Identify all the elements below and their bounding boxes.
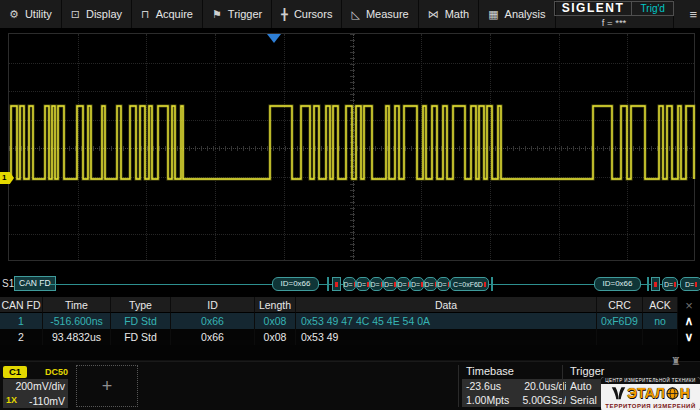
- menu-item-utility[interactable]: ⚙ Utility: [0, 0, 62, 28]
- decode-data-bubble: D=: [424, 277, 437, 291]
- column-header-crc: CRC: [597, 297, 643, 313]
- decode-data-bubble: D=: [383, 277, 397, 291]
- decode-data-bubble: D=: [410, 277, 424, 291]
- scroll-down-icon[interactable]: ∨: [678, 329, 700, 345]
- trigger-position-marker[interactable]: [267, 34, 281, 43]
- menu-item-label: Math: [445, 8, 469, 20]
- memory-depth: 1.00Mpts: [462, 393, 519, 407]
- watermark-top-text: ЦЕНТР ИЗМЕРИТЕЛЬНОЙ ТЕХНИКИ: [601, 377, 700, 384]
- menu-item-math[interactable]: ⋈ Math: [419, 0, 479, 28]
- red-marker: [695, 282, 697, 287]
- table-corner-label: CAN FD: [0, 297, 43, 313]
- close-icon[interactable]: ×: [678, 297, 700, 313]
- channel1-badge: C1: [3, 366, 27, 378]
- etalon-watermark: ЦЕНТР ИЗМЕРИТЕЛЬНОЙ ТЕХНИКИ ЭТАЛ Н ТЕРРИ…: [601, 377, 700, 410]
- frame-start-marker: [647, 277, 649, 291]
- menu-item-analysis[interactable]: ▦ Analysis: [479, 0, 555, 28]
- decode-data-bubble: D=: [662, 277, 678, 291]
- brand-status-block: SIGLENT Trig'd f = ***: [556, 0, 674, 28]
- decode-data-bubble: D=: [356, 277, 370, 291]
- frame-start-marker: [327, 277, 329, 291]
- monitor-icon: ⊡: [71, 8, 80, 21]
- red-marker: [674, 282, 676, 287]
- plus-icon: +: [102, 376, 113, 397]
- divider: [458, 365, 459, 407]
- menu-item-trigger[interactable]: ⚑ Trigger: [203, 0, 272, 28]
- decode-id-bubble: ID=0x66: [272, 277, 319, 291]
- list-icon: ≡: [690, 7, 698, 22]
- column-header-length: Length: [255, 297, 296, 313]
- trigger-status-badge: Trig'd: [631, 2, 673, 15]
- divider: [562, 365, 563, 407]
- menu-item-label: Trigger: [228, 8, 262, 20]
- decode-table-header: CAN FD Time Type ID Length Data CRC ACK: [0, 297, 678, 313]
- menu-item-label: Analysis: [505, 8, 546, 20]
- flag-icon: ⚑: [212, 8, 222, 21]
- decode-data-bubble: D=: [680, 277, 700, 291]
- scroll-up-icon[interactable]: ∧: [678, 313, 700, 329]
- trigger-panel-label: Trigger: [570, 365, 604, 377]
- table-row-empty: [0, 345, 678, 361]
- frame-start-box: [651, 277, 660, 291]
- table-row[interactable]: 1 -516.600ns FD Std 0x66 0x08 0x53 49 47…: [0, 313, 678, 329]
- timebase-panel[interactable]: -23.6us 20.0us/div 1.00Mpts 5.00GSa/s: [462, 379, 576, 407]
- menu-item-acquire[interactable]: ⊓ Acquire: [132, 0, 203, 28]
- red-marker: [394, 282, 396, 287]
- math-icon: ⋈: [428, 8, 439, 21]
- red-marker: [484, 282, 486, 287]
- globe-icon: [666, 387, 679, 400]
- add-channel-button[interactable]: +: [76, 365, 138, 407]
- decode-id-text: ID=0x66: [280, 280, 310, 288]
- table-row[interactable]: 2 93.4832us FD Std 0x66 0x08 0x53 49: [0, 329, 678, 345]
- column-header-time: Time: [43, 297, 111, 313]
- gear-icon: ⚙: [9, 8, 19, 21]
- frame-end-marker: [491, 277, 493, 291]
- watermark-name-pre: ЭТАЛ: [627, 385, 665, 401]
- decode-data-bubble: D=: [370, 277, 383, 291]
- frequency-readout: f = ***: [602, 17, 627, 28]
- channel1-offset: -110mV: [29, 395, 65, 407]
- decode-list-button[interactable]: ≡ DECODE LIST: [674, 0, 700, 28]
- menu-item-cursors[interactable]: ╋ Cursors: [272, 0, 342, 28]
- red-marker: [654, 282, 657, 287]
- decode-data-bubble: D=: [343, 277, 356, 291]
- timebase-label: Timebase: [466, 365, 514, 377]
- decode-crc-bubble: C=0xF6D: [450, 277, 489, 291]
- decode-data-bubble: D=: [437, 277, 450, 291]
- crosshair-icon: ╋: [281, 8, 288, 21]
- oscilloscope-screen: ⚙ Utility ⊡ Display ⊓ Acquire ⚑ Trigger …: [0, 0, 700, 410]
- watermark-name-post: Н: [680, 385, 690, 401]
- frame-start-box: [332, 277, 341, 291]
- timebase-delay: -23.6us: [462, 379, 519, 393]
- graticule: [8, 33, 695, 261]
- column-header-ack: ACK: [643, 297, 678, 313]
- menu-bar: ⚙ Utility ⊡ Display ⊓ Acquire ⚑ Trigger …: [0, 0, 700, 30]
- table-scrollbar: × ∧ ∨: [678, 297, 700, 361]
- etalon-crest-icon: ♜: [671, 355, 681, 368]
- channel1-coupling: DC50: [45, 367, 68, 377]
- menu-item-display[interactable]: ⊡ Display: [62, 0, 132, 28]
- channel1-info-box[interactable]: C1 DC50 200mV/div 1X -110mV: [3, 365, 68, 408]
- siglent-logo: SIGLENT: [555, 1, 632, 15]
- acquire-icon: ⊓: [141, 8, 150, 21]
- menu-item-label: Cursors: [294, 8, 333, 20]
- decode-table: CAN FD Time Type ID Length Data CRC ACK …: [0, 297, 678, 361]
- decode-id-text: ID=0x66: [602, 280, 632, 288]
- menu-item-measure[interactable]: ◺ Measure: [342, 0, 418, 28]
- red-marker: [367, 282, 369, 287]
- decode-data-bubble: D=: [397, 277, 410, 291]
- analysis-icon: ▦: [488, 8, 498, 21]
- etalon-emblem-icon: [611, 386, 626, 401]
- column-header-type: Type: [111, 297, 171, 313]
- channel1-scale: 200mV/div: [6, 380, 65, 392]
- menu-item-label: Utility: [25, 8, 52, 20]
- menu-item-label: Acquire: [156, 8, 193, 20]
- decode-bus-row: S1 CAN FD ID=0x66 D= D= D= D= D= D= D= D…: [0, 274, 700, 294]
- decode-id-bubble: ID=0x66: [594, 277, 641, 291]
- red-marker: [335, 282, 338, 287]
- watermark-bottom-text: ТЕРРИТОРИЯ ИЗМЕРЕНИЙ: [601, 402, 700, 410]
- decode-source-label: S1: [2, 278, 14, 289]
- menu-item-label: Display: [86, 8, 122, 20]
- bottom-bar: C1 DC50 200mV/div 1X -110mV + Timebase -…: [0, 361, 700, 410]
- column-header-data: Data: [296, 297, 597, 313]
